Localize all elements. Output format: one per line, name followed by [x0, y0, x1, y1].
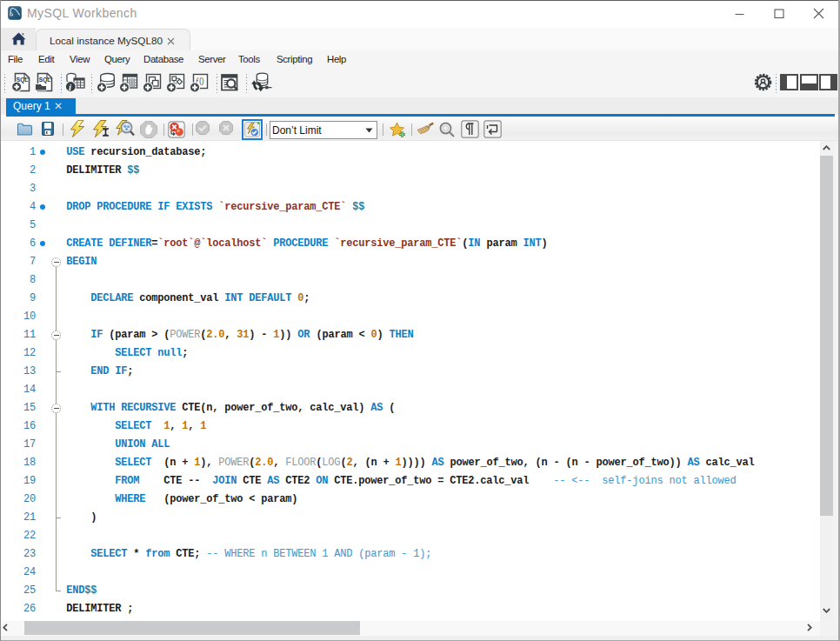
svg-text:(): (): [199, 77, 204, 85]
svg-text:SQL: SQL: [39, 77, 50, 83]
